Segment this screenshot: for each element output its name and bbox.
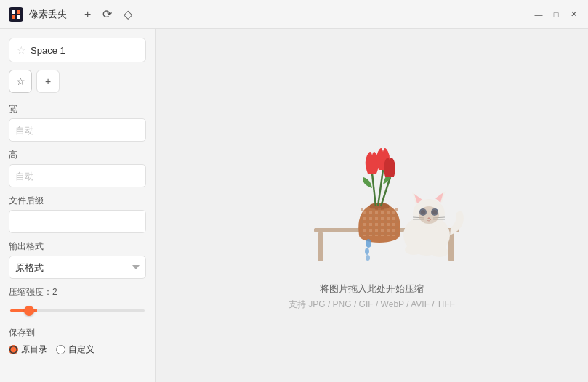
minimize-button[interactable]: — <box>533 9 544 20</box>
save-original-label: 原目录 <box>21 344 47 356</box>
height-group: 高 <box>9 149 146 187</box>
space-name: Space 1 <box>31 45 138 56</box>
drop-main-text: 将图片拖入此处开始压缩 <box>289 283 455 296</box>
save-to-label: 保存到 <box>9 327 146 339</box>
close-button[interactable]: ✕ <box>568 9 579 20</box>
width-group: 宽 <box>9 103 146 142</box>
compression-value: 2 <box>52 287 57 297</box>
save-custom-option[interactable]: 自定义 <box>56 344 94 356</box>
svg-rect-2 <box>12 15 15 19</box>
tab-add-button[interactable]: + <box>36 70 60 93</box>
drop-hint: 将图片拖入此处开始压缩 支持 JPG / PNG / GIF / WebP / … <box>289 283 455 311</box>
compression-label: 压缩强度：2 <box>9 286 146 298</box>
save-original-radio[interactable] <box>9 345 18 354</box>
app-title: 像素丢失 <box>29 8 67 21</box>
format-group: 输出格式 原格式 JPG PNG WebP AVIF <box>9 240 146 279</box>
tab-row: ☆ + <box>9 70 146 93</box>
drop-zone[interactable]: 将图片拖入此处开始压缩 支持 JPG / PNG / GIF / WebP / … <box>156 29 588 382</box>
save-radio-group: 原目录 自定义 <box>9 344 146 356</box>
svg-point-14 <box>366 255 370 261</box>
add-button[interactable]: + <box>84 9 91 20</box>
suffix-group: 文件后缀 -mini <box>9 195 146 233</box>
save-original-option[interactable]: 原目录 <box>9 344 47 356</box>
refresh-button[interactable]: ⟳ <box>102 9 112 20</box>
svg-rect-9 <box>361 208 398 236</box>
width-input[interactable] <box>9 118 146 142</box>
svg-rect-1 <box>17 10 20 14</box>
svg-point-13 <box>365 248 369 255</box>
suffix-input[interactable]: -mini <box>9 210 146 233</box>
app-icon <box>9 7 23 22</box>
suffix-label: 文件后缀 <box>9 195 146 207</box>
tab-star-button[interactable]: ☆ <box>9 70 32 93</box>
format-select[interactable]: 原格式 JPG PNG WebP AVIF <box>9 256 146 279</box>
toolbar-actions: + ⟳ ◇ <box>84 9 132 20</box>
svg-point-33 <box>419 206 439 224</box>
height-input[interactable] <box>9 164 146 187</box>
svg-point-35 <box>431 247 448 257</box>
svg-line-15 <box>372 174 376 206</box>
svg-point-34 <box>405 245 422 255</box>
save-custom-label: 自定义 <box>68 344 94 356</box>
width-label: 宽 <box>9 103 146 115</box>
titlebar: 像素丢失 + ⟳ ◇ — □ ✕ <box>0 0 588 29</box>
space-star-icon: ☆ <box>17 44 26 56</box>
height-label: 高 <box>9 149 146 161</box>
maximize-button[interactable]: □ <box>550 9 562 20</box>
main-layout: ☆ Space 1 ☆ + 宽 高 文件后缀 -mini 输出格式 原格式 JP… <box>0 29 588 382</box>
svg-rect-5 <box>318 232 323 261</box>
save-custom-radio[interactable] <box>56 345 65 354</box>
illustration <box>270 101 474 268</box>
drop-sub-text: 支持 JPG / PNG / GIF / WebP / AVIF / TIFF <box>289 298 455 311</box>
compression-slider[interactable] <box>10 309 145 312</box>
svg-point-12 <box>366 239 371 248</box>
sidebar: ☆ Space 1 ☆ + 宽 高 文件后缀 -mini 输出格式 原格式 JP… <box>0 29 156 382</box>
window-controls: — □ ✕ <box>533 9 579 20</box>
space-selector[interactable]: ☆ Space 1 <box>9 38 146 62</box>
clear-button[interactable]: ◇ <box>124 9 132 20</box>
slider-container <box>9 303 146 314</box>
save-to-section: 保存到 原目录 自定义 <box>9 327 146 356</box>
svg-rect-0 <box>12 10 15 14</box>
format-label: 输出格式 <box>9 240 146 253</box>
compression-group: 压缩强度：2 <box>9 286 146 324</box>
svg-rect-3 <box>17 15 20 19</box>
